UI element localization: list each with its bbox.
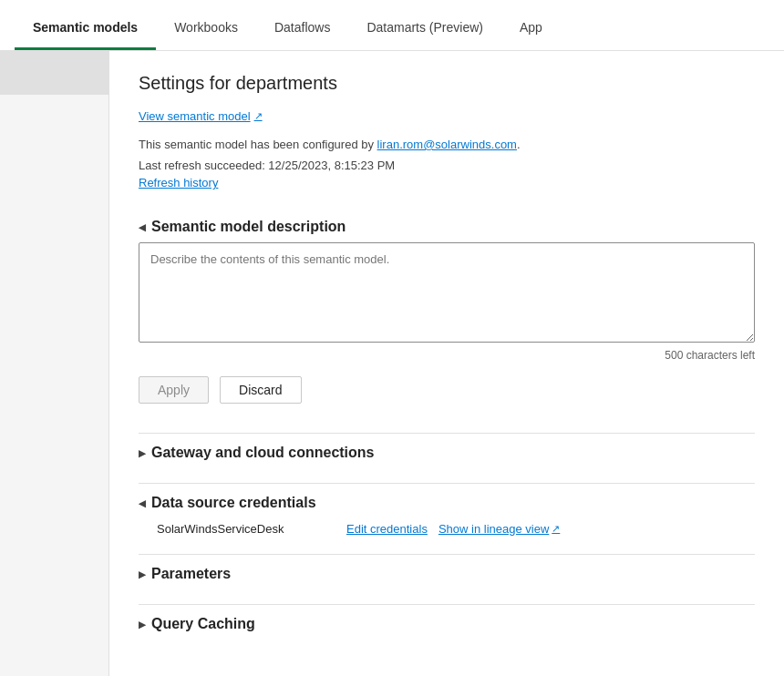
- discard-button[interactable]: Discard: [220, 376, 301, 404]
- config-email-link[interactable]: liran.rom@solarwinds.com: [377, 138, 517, 151]
- edit-credentials-link[interactable]: Edit credentials: [346, 522, 428, 536]
- query-caching-header-label: Query Caching: [151, 616, 255, 632]
- datasource-section: ◀ Data source credentials SolarWindsServ…: [139, 483, 755, 539]
- button-row: Apply Discard: [139, 376, 755, 404]
- textarea-wrapper: [139, 242, 755, 345]
- chevron-down-icon-2: ◀: [139, 498, 146, 508]
- parameters-section-header[interactable]: ▶ Parameters: [139, 558, 755, 589]
- tab-semantic-models[interactable]: Semantic models: [15, 5, 156, 50]
- refresh-info-text: Last refresh succeeded: 12/25/2023, 8:15…: [139, 159, 755, 172]
- divider: [139, 433, 755, 434]
- divider3: [139, 554, 755, 555]
- description-section: ◀ Semantic model description 500 charact…: [139, 211, 755, 404]
- tab-app[interactable]: App: [501, 5, 561, 50]
- lineage-link-text: Show in lineage view: [438, 522, 549, 536]
- config-suffix: .: [517, 138, 521, 151]
- config-prefix: This semantic model has been configured …: [139, 138, 377, 151]
- tab-dataflows[interactable]: Dataflows: [256, 5, 348, 50]
- apply-button[interactable]: Apply: [139, 376, 209, 404]
- view-link-text: View semantic model: [139, 109, 251, 123]
- datasource-header-label: Data source credentials: [151, 495, 316, 511]
- chevron-right-icon-3: ▶: [139, 620, 146, 630]
- tab-workbooks[interactable]: Workbooks: [156, 5, 256, 50]
- datasource-section-header[interactable]: ◀ Data source credentials: [139, 487, 755, 518]
- query-caching-section-header[interactable]: ▶ Query Caching: [139, 609, 755, 640]
- data-source-row: SolarWindsServiceDesk Edit credentials S…: [139, 518, 755, 539]
- gateway-section: ▶ Gateway and cloud connections: [139, 433, 755, 468]
- divider2: [139, 483, 755, 484]
- parameters-header-label: Parameters: [151, 566, 231, 582]
- description-section-header[interactable]: ◀ Semantic model description: [139, 211, 755, 242]
- sidebar: [0, 51, 109, 676]
- parameters-section: ▶ Parameters: [139, 554, 755, 589]
- config-info: This semantic model has been configured …: [139, 138, 755, 151]
- gateway-header-label: Gateway and cloud connections: [151, 445, 375, 461]
- tab-datamarts[interactable]: Datamarts (Preview): [348, 5, 501, 50]
- sidebar-placeholder: [0, 51, 108, 95]
- external-link-icon: ↗: [254, 110, 263, 122]
- page-title: Settings for departments: [139, 73, 755, 94]
- main-content: Settings for departments View semantic m…: [109, 51, 784, 676]
- chevron-down-icon: ◀: [139, 222, 146, 232]
- refresh-history-link[interactable]: Refresh history: [139, 176, 755, 189]
- gateway-section-header[interactable]: ▶ Gateway and cloud connections: [139, 437, 755, 468]
- main-layout: Settings for departments View semantic m…: [0, 51, 784, 676]
- external-icon-2: ↗: [552, 523, 560, 535]
- top-navigation: Semantic models Workbooks Dataflows Data…: [0, 0, 784, 51]
- query-caching-section: ▶ Query Caching: [139, 604, 755, 640]
- data-source-name: SolarWindsServiceDesk: [157, 522, 303, 536]
- divider4: [139, 604, 755, 605]
- description-textarea[interactable]: [139, 242, 755, 343]
- description-header-label: Semantic model description: [151, 219, 346, 235]
- show-lineage-link[interactable]: Show in lineage view ↗: [438, 522, 560, 536]
- view-semantic-model-link[interactable]: View semantic model ↗: [139, 109, 263, 123]
- char-count: 500 characters left: [139, 349, 755, 362]
- chevron-right-icon-2: ▶: [139, 569, 146, 579]
- data-source-links: Edit credentials Show in lineage view ↗: [346, 522, 560, 536]
- chevron-right-icon: ▶: [139, 448, 146, 458]
